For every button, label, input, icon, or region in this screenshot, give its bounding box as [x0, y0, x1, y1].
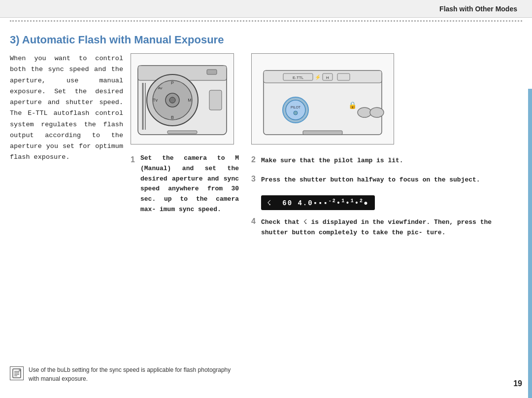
svg-text:E-TTL: E-TTL	[293, 75, 304, 80]
header-title: Flash with Other Modes	[439, 5, 517, 13]
svg-point-30	[370, 108, 384, 117]
svg-point-10	[169, 97, 175, 103]
step2-text: Make sure that the pilot lamp is lit.	[261, 157, 403, 164]
svg-point-25	[286, 100, 305, 120]
note-text: Use of the buLb setting for the sync spe…	[29, 365, 236, 383]
step1-number: 1	[131, 153, 135, 166]
flash-image: E-TTL ⚡ H PILOT 🔒	[251, 53, 394, 145]
dots-separator	[0, 18, 532, 24]
svg-rect-15	[209, 90, 222, 110]
step3-text: Press the shutter button halfway to focu…	[261, 176, 480, 183]
svg-rect-31	[303, 131, 342, 135]
lcd-display: ☇ 60 4.0▪▪▪-2•1•1•2●	[261, 195, 375, 210]
center-column: P B Tv M Av 1 Set the cam	[131, 53, 239, 215]
svg-text:M: M	[188, 98, 192, 103]
svg-text:PILOT: PILOT	[291, 106, 301, 109]
step2-number: 2	[251, 155, 256, 164]
step3-container: 3 Press the shutter button halfway to fo…	[251, 175, 515, 185]
svg-rect-13	[167, 131, 197, 134]
right-column: E-TTL ⚡ H PILOT 🔒	[251, 53, 515, 238]
camera-image: P B Tv M Av	[131, 53, 234, 145]
bottom-note: Use of the buLb setting for the sync spe…	[10, 365, 236, 383]
svg-text:🔒: 🔒	[348, 101, 357, 109]
step4-container: 4 Check that ☇ is displayed in the viewf…	[251, 217, 515, 238]
step4-number: 4	[251, 217, 256, 226]
svg-point-27	[294, 111, 298, 115]
note-icon-svg	[11, 368, 22, 379]
step2-container: 2 Make sure that the pilot lamp is lit.	[251, 155, 515, 166]
note-icon	[10, 366, 24, 380]
intro-text: When you want to control both the sync s…	[10, 53, 123, 163]
svg-text:Av: Av	[158, 86, 162, 90]
svg-rect-14	[207, 70, 217, 74]
page-number: 19	[513, 379, 522, 388]
step1-text: Set the camera to M (Manual) and set the…	[140, 154, 239, 213]
svg-text:Tv: Tv	[153, 98, 158, 103]
svg-text:B: B	[171, 115, 174, 120]
step3-number: 3	[251, 175, 256, 183]
lcd-text: ☇ 60 4.0▪▪▪-2•1•1•2●	[267, 198, 369, 207]
left-column: When you want to control both the sync s…	[10, 53, 123, 163]
section-title: 3) Automatic Flash with Manual Exposure	[10, 34, 522, 46]
header-bar: Flash with Other Modes	[0, 0, 532, 18]
step4-text: Check that ☇ is displayed in the viewfin…	[261, 218, 492, 236]
svg-point-29	[358, 108, 371, 117]
svg-rect-23	[337, 73, 350, 80]
dots-line	[10, 20, 522, 22]
flash-svg: E-TTL ⚡ H PILOT 🔒	[254, 56, 392, 142]
main-content: 3) Automatic Flash with Manual Exposure …	[10, 24, 522, 398]
step1-container: 1 Set the camera to M (Manual) and set t…	[131, 153, 239, 215]
camera-svg: P B Tv M Av	[133, 56, 232, 142]
svg-text:P: P	[171, 80, 174, 85]
blue-accent	[528, 89, 532, 398]
svg-text:⚡: ⚡	[315, 74, 321, 80]
svg-text:H: H	[326, 75, 329, 80]
